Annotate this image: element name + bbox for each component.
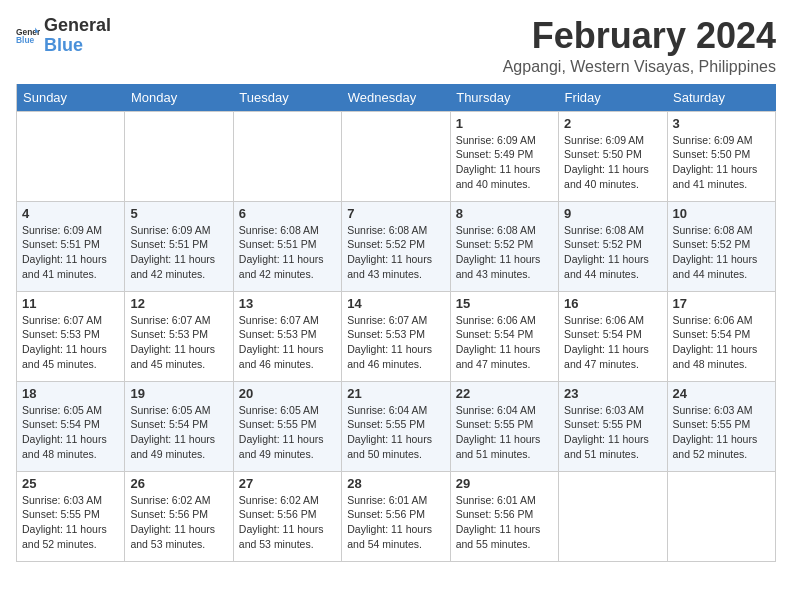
col-header-sunday: Sunday [17, 84, 125, 112]
day-number: 18 [22, 386, 119, 401]
day-number: 23 [564, 386, 661, 401]
calendar-cell: 17Sunrise: 6:06 AM Sunset: 5:54 PM Dayli… [667, 291, 775, 381]
day-number: 17 [673, 296, 770, 311]
logo-icon: General Blue [16, 24, 40, 48]
col-header-friday: Friday [559, 84, 667, 112]
calendar-cell: 8Sunrise: 6:08 AM Sunset: 5:52 PM Daylig… [450, 201, 558, 291]
day-info: Sunrise: 6:09 AM Sunset: 5:50 PM Dayligh… [564, 133, 661, 192]
calendar-cell [559, 471, 667, 561]
day-number: 1 [456, 116, 553, 131]
calendar-cell: 9Sunrise: 6:08 AM Sunset: 5:52 PM Daylig… [559, 201, 667, 291]
calendar-cell: 13Sunrise: 6:07 AM Sunset: 5:53 PM Dayli… [233, 291, 341, 381]
calendar-cell: 28Sunrise: 6:01 AM Sunset: 5:56 PM Dayli… [342, 471, 450, 561]
calendar-cell: 10Sunrise: 6:08 AM Sunset: 5:52 PM Dayli… [667, 201, 775, 291]
day-number: 25 [22, 476, 119, 491]
month-title: February 2024 [503, 16, 776, 56]
day-number: 29 [456, 476, 553, 491]
calendar-cell: 12Sunrise: 6:07 AM Sunset: 5:53 PM Dayli… [125, 291, 233, 381]
day-info: Sunrise: 6:07 AM Sunset: 5:53 PM Dayligh… [347, 313, 444, 372]
day-info: Sunrise: 6:06 AM Sunset: 5:54 PM Dayligh… [456, 313, 553, 372]
col-header-thursday: Thursday [450, 84, 558, 112]
day-info: Sunrise: 6:05 AM Sunset: 5:54 PM Dayligh… [22, 403, 119, 462]
calendar-cell: 22Sunrise: 6:04 AM Sunset: 5:55 PM Dayli… [450, 381, 558, 471]
calendar-cell: 1Sunrise: 6:09 AM Sunset: 5:49 PM Daylig… [450, 111, 558, 201]
week-row-2: 4Sunrise: 6:09 AM Sunset: 5:51 PM Daylig… [17, 201, 776, 291]
day-number: 9 [564, 206, 661, 221]
day-info: Sunrise: 6:01 AM Sunset: 5:56 PM Dayligh… [347, 493, 444, 552]
day-info: Sunrise: 6:02 AM Sunset: 5:56 PM Dayligh… [239, 493, 336, 552]
day-info: Sunrise: 6:03 AM Sunset: 5:55 PM Dayligh… [673, 403, 770, 462]
page-header: General Blue General Blue February 2024 … [16, 16, 776, 76]
day-info: Sunrise: 6:07 AM Sunset: 5:53 PM Dayligh… [239, 313, 336, 372]
calendar-cell: 2Sunrise: 6:09 AM Sunset: 5:50 PM Daylig… [559, 111, 667, 201]
day-info: Sunrise: 6:07 AM Sunset: 5:53 PM Dayligh… [130, 313, 227, 372]
calendar-cell: 25Sunrise: 6:03 AM Sunset: 5:55 PM Dayli… [17, 471, 125, 561]
week-row-3: 11Sunrise: 6:07 AM Sunset: 5:53 PM Dayli… [17, 291, 776, 381]
calendar-cell: 3Sunrise: 6:09 AM Sunset: 5:50 PM Daylig… [667, 111, 775, 201]
day-number: 28 [347, 476, 444, 491]
calendar-cell: 24Sunrise: 6:03 AM Sunset: 5:55 PM Dayli… [667, 381, 775, 471]
day-number: 24 [673, 386, 770, 401]
day-number: 15 [456, 296, 553, 311]
day-number: 21 [347, 386, 444, 401]
day-number: 4 [22, 206, 119, 221]
day-info: Sunrise: 6:08 AM Sunset: 5:52 PM Dayligh… [347, 223, 444, 282]
day-info: Sunrise: 6:05 AM Sunset: 5:55 PM Dayligh… [239, 403, 336, 462]
col-header-saturday: Saturday [667, 84, 775, 112]
day-info: Sunrise: 6:08 AM Sunset: 5:52 PM Dayligh… [673, 223, 770, 282]
col-header-wednesday: Wednesday [342, 84, 450, 112]
day-number: 27 [239, 476, 336, 491]
day-number: 19 [130, 386, 227, 401]
location-title: Agpangi, Western Visayas, Philippines [503, 58, 776, 76]
calendar-table: SundayMondayTuesdayWednesdayThursdayFrid… [16, 84, 776, 562]
calendar-cell [125, 111, 233, 201]
calendar-cell: 11Sunrise: 6:07 AM Sunset: 5:53 PM Dayli… [17, 291, 125, 381]
day-number: 16 [564, 296, 661, 311]
day-info: Sunrise: 6:04 AM Sunset: 5:55 PM Dayligh… [456, 403, 553, 462]
day-info: Sunrise: 6:02 AM Sunset: 5:56 PM Dayligh… [130, 493, 227, 552]
col-header-monday: Monday [125, 84, 233, 112]
day-number: 11 [22, 296, 119, 311]
calendar-cell: 23Sunrise: 6:03 AM Sunset: 5:55 PM Dayli… [559, 381, 667, 471]
calendar-cell: 18Sunrise: 6:05 AM Sunset: 5:54 PM Dayli… [17, 381, 125, 471]
day-info: Sunrise: 6:03 AM Sunset: 5:55 PM Dayligh… [22, 493, 119, 552]
calendar-cell: 19Sunrise: 6:05 AM Sunset: 5:54 PM Dayli… [125, 381, 233, 471]
day-number: 2 [564, 116, 661, 131]
week-row-5: 25Sunrise: 6:03 AM Sunset: 5:55 PM Dayli… [17, 471, 776, 561]
calendar-cell: 15Sunrise: 6:06 AM Sunset: 5:54 PM Dayli… [450, 291, 558, 381]
day-info: Sunrise: 6:09 AM Sunset: 5:49 PM Dayligh… [456, 133, 553, 192]
day-info: Sunrise: 6:06 AM Sunset: 5:54 PM Dayligh… [673, 313, 770, 372]
col-header-tuesday: Tuesday [233, 84, 341, 112]
header-row: SundayMondayTuesdayWednesdayThursdayFrid… [17, 84, 776, 112]
calendar-cell: 27Sunrise: 6:02 AM Sunset: 5:56 PM Dayli… [233, 471, 341, 561]
calendar-cell: 4Sunrise: 6:09 AM Sunset: 5:51 PM Daylig… [17, 201, 125, 291]
calendar-cell [233, 111, 341, 201]
calendar-cell: 20Sunrise: 6:05 AM Sunset: 5:55 PM Dayli… [233, 381, 341, 471]
day-info: Sunrise: 6:09 AM Sunset: 5:50 PM Dayligh… [673, 133, 770, 192]
day-info: Sunrise: 6:01 AM Sunset: 5:56 PM Dayligh… [456, 493, 553, 552]
day-info: Sunrise: 6:08 AM Sunset: 5:51 PM Dayligh… [239, 223, 336, 282]
day-info: Sunrise: 6:07 AM Sunset: 5:53 PM Dayligh… [22, 313, 119, 372]
calendar-cell: 16Sunrise: 6:06 AM Sunset: 5:54 PM Dayli… [559, 291, 667, 381]
day-info: Sunrise: 6:04 AM Sunset: 5:55 PM Dayligh… [347, 403, 444, 462]
day-number: 12 [130, 296, 227, 311]
calendar-cell: 6Sunrise: 6:08 AM Sunset: 5:51 PM Daylig… [233, 201, 341, 291]
calendar-cell: 26Sunrise: 6:02 AM Sunset: 5:56 PM Dayli… [125, 471, 233, 561]
day-number: 22 [456, 386, 553, 401]
week-row-1: 1Sunrise: 6:09 AM Sunset: 5:49 PM Daylig… [17, 111, 776, 201]
day-info: Sunrise: 6:06 AM Sunset: 5:54 PM Dayligh… [564, 313, 661, 372]
day-number: 5 [130, 206, 227, 221]
title-area: February 2024 Agpangi, Western Visayas, … [503, 16, 776, 76]
calendar-cell: 14Sunrise: 6:07 AM Sunset: 5:53 PM Dayli… [342, 291, 450, 381]
day-info: Sunrise: 6:09 AM Sunset: 5:51 PM Dayligh… [22, 223, 119, 282]
calendar-cell: 5Sunrise: 6:09 AM Sunset: 5:51 PM Daylig… [125, 201, 233, 291]
day-number: 10 [673, 206, 770, 221]
day-number: 3 [673, 116, 770, 131]
calendar-cell [667, 471, 775, 561]
day-number: 6 [239, 206, 336, 221]
calendar-cell [17, 111, 125, 201]
day-number: 26 [130, 476, 227, 491]
calendar-cell: 29Sunrise: 6:01 AM Sunset: 5:56 PM Dayli… [450, 471, 558, 561]
day-number: 7 [347, 206, 444, 221]
week-row-4: 18Sunrise: 6:05 AM Sunset: 5:54 PM Dayli… [17, 381, 776, 471]
